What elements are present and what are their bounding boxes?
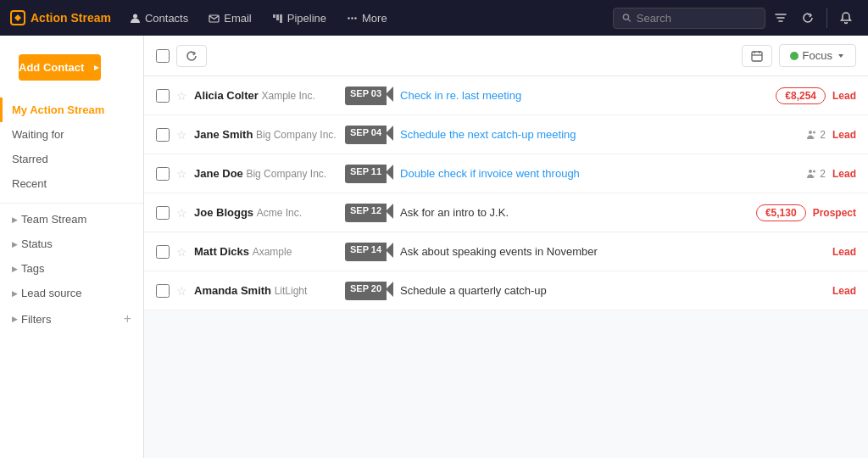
- svg-point-5: [354, 17, 356, 19]
- svg-rect-9: [752, 52, 762, 61]
- row-persons-count: 2: [806, 168, 826, 180]
- row-date-text: SEP 20: [345, 282, 387, 300]
- row-contact-name: Jane Smith: [194, 128, 253, 141]
- calendar-view-button[interactable]: [742, 45, 772, 67]
- row-date-text: SEP 03: [345, 87, 387, 105]
- content-area: Focus ☆ Alicia Colter Xample Inc. SEP 03…: [144, 36, 868, 458]
- triangle-icon: ▶: [12, 315, 18, 323]
- row-meta: Lead: [832, 246, 856, 258]
- row-date-arrow: [386, 87, 393, 102]
- row-date-arrow: [386, 282, 393, 297]
- bell-icon-btn[interactable]: [834, 6, 858, 30]
- refresh-button[interactable]: [176, 45, 207, 67]
- row-date-text: SEP 14: [345, 243, 387, 261]
- row-amount: €5,130: [756, 204, 806, 221]
- row-star-icon[interactable]: ☆: [176, 206, 187, 220]
- row-amount: €8,254: [776, 87, 826, 104]
- row-contact-name: Matt Dicks: [194, 245, 249, 258]
- row-type-badge: Lead: [832, 129, 856, 141]
- svg-point-15: [813, 131, 815, 134]
- add-filter-icon[interactable]: +: [124, 311, 131, 327]
- row-date-text: SEP 04: [345, 126, 387, 144]
- svg-point-3: [348, 17, 349, 19]
- svg-point-4: [351, 17, 353, 19]
- triangle-icon: ▶: [12, 215, 18, 224]
- triangle-icon: ▶: [12, 240, 18, 249]
- row-date-arrow: [386, 204, 393, 219]
- row-date-badge: SEP 03: [345, 87, 393, 105]
- row-task-text[interactable]: Schedule the next catch-up meeting: [400, 128, 799, 141]
- row-contact-info: Joe Bloggs Acme Inc.: [194, 206, 338, 219]
- row-checkbox[interactable]: [156, 206, 170, 220]
- row-type-badge: Lead: [832, 246, 856, 258]
- row-checkbox[interactable]: [156, 284, 170, 298]
- contact-table: ☆ Alicia Colter Xample Inc. SEP 03 Check…: [144, 76, 868, 458]
- row-persons-count: 2: [806, 129, 826, 141]
- row-star-icon[interactable]: ☆: [176, 128, 187, 142]
- row-meta: €5,130Prospect: [756, 204, 856, 221]
- app-logo[interactable]: Action Stream: [10, 10, 111, 25]
- triangle-icon: ▶: [12, 289, 18, 298]
- sidebar-group-tags[interactable]: ▶ Tags: [0, 256, 143, 281]
- row-date-arrow: [386, 126, 393, 141]
- table-row: ☆ Alicia Colter Xample Inc. SEP 03 Check…: [144, 76, 868, 115]
- row-type-badge: Prospect: [813, 207, 856, 219]
- nav-pipeline[interactable]: Pipeline: [264, 7, 335, 30]
- sidebar-group-lead-source[interactable]: ▶ Lead source: [0, 281, 143, 305]
- content-toolbar: Focus: [144, 36, 868, 76]
- row-meta: 2 Lead: [806, 168, 856, 180]
- row-date-arrow: [386, 165, 393, 180]
- row-task-text[interactable]: Double check if invoice went through: [400, 167, 799, 180]
- nav-more[interactable]: More: [338, 7, 396, 30]
- sidebar-item-starred[interactable]: Starred: [0, 147, 143, 171]
- sidebar-divider-1: [0, 203, 143, 204]
- row-contact-name: Alicia Colter: [194, 89, 259, 102]
- row-meta: €8,254Lead: [776, 87, 856, 104]
- row-star-icon[interactable]: ☆: [176, 245, 187, 259]
- row-task-text[interactable]: Ask about speaking events in November: [400, 245, 826, 258]
- table-row: ☆ Joe Bloggs Acme Inc. SEP 12 Ask for an…: [144, 193, 868, 232]
- row-checkbox[interactable]: [156, 167, 170, 181]
- sidebar-item-my-action-stream[interactable]: My Action Stream: [0, 98, 143, 122]
- row-date-badge: SEP 14: [345, 243, 393, 261]
- sync-icon-btn[interactable]: [796, 6, 820, 30]
- nav-contacts[interactable]: Contacts: [121, 7, 197, 30]
- focus-button[interactable]: Focus: [779, 44, 856, 67]
- row-date-text: SEP 12: [345, 204, 387, 222]
- row-task-text[interactable]: Ask for an intro to J.K.: [400, 206, 749, 219]
- row-star-icon[interactable]: ☆: [176, 89, 187, 103]
- sidebar-group-filters[interactable]: ▶ Filters +: [0, 305, 143, 332]
- table-row: ☆ Matt Dicks Axample SEP 14 Ask about sp…: [144, 232, 868, 271]
- row-type-badge: Lead: [832, 168, 856, 180]
- select-all-checkbox[interactable]: [156, 49, 170, 63]
- row-checkbox[interactable]: [156, 89, 170, 103]
- svg-point-1: [133, 14, 137, 18]
- row-contact-company: Axample: [253, 246, 292, 258]
- table-row: ☆ Jane Doe Big Company Inc. SEP 11 Doubl…: [144, 154, 868, 193]
- search-input[interactable]: [637, 12, 756, 25]
- svg-point-14: [809, 131, 812, 134]
- row-task-text[interactable]: Schedule a quarterly catch-up: [400, 284, 826, 297]
- row-star-icon[interactable]: ☆: [176, 167, 187, 181]
- sidebar-item-recent[interactable]: Recent: [0, 171, 143, 196]
- row-task-text[interactable]: Check in re. last meeting: [400, 89, 769, 102]
- row-star-icon[interactable]: ☆: [176, 284, 187, 298]
- row-checkbox[interactable]: [156, 128, 170, 142]
- add-contact-button[interactable]: Add Contact: [19, 54, 101, 81]
- row-contact-info: Jane Doe Big Company Inc.: [194, 167, 338, 180]
- search-box[interactable]: [613, 8, 765, 29]
- row-contact-company: Big Company Inc.: [246, 168, 326, 180]
- sidebar: Add Contact My Action Stream Waiting for…: [0, 36, 144, 458]
- sidebar-item-waiting[interactable]: Waiting for: [0, 122, 143, 147]
- nav-email[interactable]: Email: [200, 7, 260, 30]
- row-checkbox[interactable]: [156, 245, 170, 259]
- svg-marker-8: [94, 65, 99, 70]
- row-date-badge: SEP 11: [345, 165, 393, 183]
- svg-point-6: [623, 14, 628, 20]
- filter-icon-btn[interactable]: [769, 6, 793, 30]
- row-date-badge: SEP 12: [345, 204, 393, 222]
- sidebar-group-status[interactable]: ▶ Status: [0, 232, 143, 256]
- row-contact-info: Alicia Colter Xample Inc.: [194, 89, 338, 102]
- row-contact-info: Jane Smith Big Company Inc.: [194, 128, 338, 141]
- sidebar-group-team-stream[interactable]: ▶ Team Stream: [0, 207, 143, 232]
